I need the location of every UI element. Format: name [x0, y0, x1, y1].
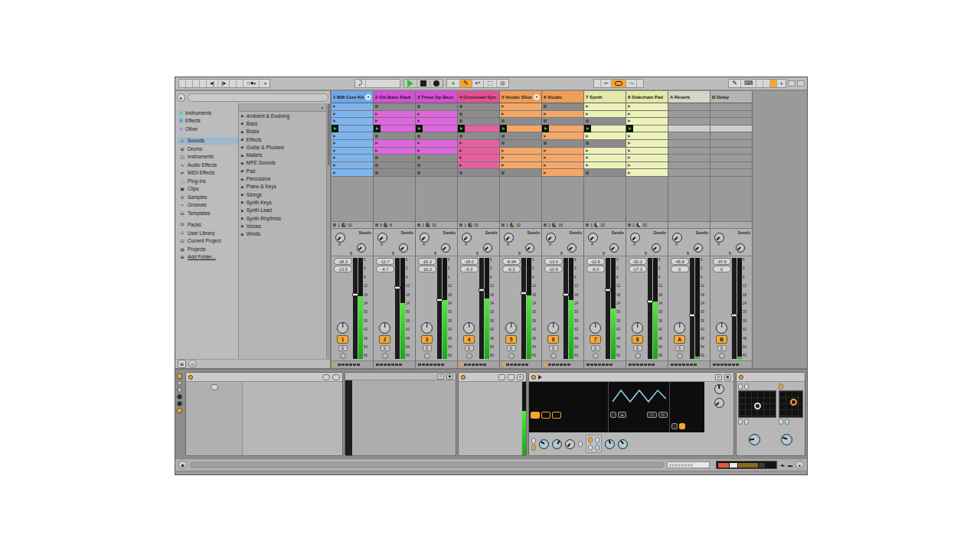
browser-list-item[interactable]: ▶Bass — [239, 119, 326, 127]
browser-scrollbar[interactable] — [326, 103, 330, 359]
clip-slot[interactable] — [500, 111, 541, 119]
clip-play-icon[interactable] — [544, 171, 547, 174]
clip-slot[interactable] — [458, 140, 499, 148]
groove-amount-field[interactable]: ▾ — [260, 80, 269, 87]
rate-sync-button[interactable] — [531, 445, 536, 451]
clip-play-icon[interactable] — [586, 112, 589, 116]
send-b-knob[interactable] — [441, 243, 450, 253]
link-button[interactable] — [179, 80, 186, 87]
clip-play-icon[interactable] — [417, 119, 420, 122]
volume-field[interactable]: -4.7 — [376, 266, 394, 272]
clip-slot[interactable] — [374, 148, 415, 155]
clip-slot[interactable] — [458, 162, 499, 170]
volume-fader[interactable] — [564, 258, 568, 359]
clip-play-icon[interactable] — [544, 135, 547, 138]
save-preset-icon[interactable]: ▣ — [446, 373, 453, 380]
send-a-knob[interactable] — [420, 233, 430, 243]
playing-clip-icon[interactable] — [374, 125, 381, 132]
spin-amount-field[interactable] — [785, 419, 789, 425]
clip-play-icon[interactable] — [375, 149, 378, 152]
expand-arrow-icon[interactable]: ▶ — [241, 145, 244, 149]
clip-slot[interactable] — [458, 148, 499, 155]
follow-arrow-icon[interactable]: ⤸ — [355, 80, 366, 87]
browser-list-item[interactable]: ▶Synth Lead — [239, 207, 326, 214]
clip-slot[interactable] — [374, 162, 415, 170]
playing-clip-icon[interactable] — [500, 125, 507, 132]
session-record-button[interactable]: ◎ — [497, 80, 508, 87]
fader-handle[interactable] — [563, 293, 569, 296]
fader-handle[interactable] — [352, 293, 358, 296]
volume-field[interactable]: -10.6 — [544, 266, 563, 272]
send-b-knob[interactable] — [652, 243, 661, 253]
clip-play-icon[interactable] — [333, 171, 336, 174]
send-a-knob[interactable] — [504, 233, 514, 243]
browser-list-item[interactable]: ▶Guitar & Plucked — [239, 143, 326, 151]
feedback-knob[interactable] — [565, 439, 575, 449]
solo-button[interactable]: S — [633, 345, 642, 351]
rate-hz-button[interactable] — [531, 438, 536, 444]
key-map-button[interactable] — [756, 80, 763, 87]
clip-play-icon[interactable] — [333, 119, 336, 122]
collection-item[interactable]: Other — [178, 125, 238, 133]
shape-prev-icon[interactable]: ◂ — [618, 412, 626, 418]
expand-arrow-icon[interactable]: ▶ — [241, 168, 244, 173]
track-header[interactable]: 1 808 Core Kit▾ — [332, 91, 373, 103]
place-item-user-library[interactable]: ☺User Library — [178, 229, 238, 237]
expand-arrow-icon[interactable]: ▶ — [241, 121, 244, 126]
collection-item[interactable]: Instruments — [178, 109, 238, 117]
clip-slot[interactable] — [416, 169, 457, 177]
clip-play-icon[interactable] — [333, 156, 336, 159]
clip-play-icon[interactable] — [417, 112, 420, 116]
automation-arm-button[interactable]: ✎ — [460, 80, 472, 87]
peak-level-field[interactable]: -13.0 — [544, 258, 563, 265]
track-activator-button[interactable]: 1 — [337, 335, 348, 344]
expand-arrow-icon[interactable]: ▶ — [241, 200, 244, 204]
sidebar-item-sounds[interactable]: ♫Sounds — [178, 137, 238, 145]
clip-play-icon[interactable] — [544, 112, 547, 116]
sidebar-item-instruments[interactable]: ◫Instruments — [178, 153, 238, 161]
clip-slot[interactable] — [458, 126, 499, 133]
clip-slot[interactable] — [332, 169, 373, 177]
clip-slot[interactable] — [374, 103, 415, 111]
env-follower-button[interactable] — [588, 437, 593, 443]
fader-handle[interactable] — [436, 298, 443, 302]
expand-arrow-icon[interactable]: ▶ — [241, 177, 244, 181]
browser-list-item[interactable]: ▶Winds — [239, 230, 326, 237]
clip-play-icon[interactable] — [628, 105, 631, 108]
volume-field[interactable]: 0 — [671, 266, 689, 272]
phaser-save-icon[interactable]: ▣ — [724, 374, 731, 380]
reverb-on-toggle[interactable] — [739, 375, 743, 380]
lo-cut-button[interactable] — [738, 383, 743, 390]
volume-field[interactable]: -17.3 — [629, 266, 647, 272]
clip-slot[interactable] — [626, 111, 668, 119]
overdub-button[interactable]: ＋ — [447, 80, 460, 87]
clip-play-icon[interactable] — [586, 149, 589, 152]
env-amount-field[interactable] — [595, 437, 599, 443]
clip-slot[interactable] — [458, 132, 499, 140]
fader-handle[interactable] — [605, 289, 611, 292]
loop-button[interactable] — [612, 80, 626, 87]
clip-play-icon[interactable] — [586, 135, 589, 138]
clip-slot[interactable] — [500, 126, 541, 133]
clip-slot[interactable] — [458, 155, 499, 162]
expand-arrow-icon[interactable]: ▶ — [241, 184, 244, 189]
place-item-projects[interactable]: ▤Projects — [178, 245, 238, 253]
clip-slot[interactable] — [626, 155, 668, 162]
send-b-knob[interactable] — [736, 243, 745, 253]
reenable-automation-button[interactable]: ↩ — [472, 80, 485, 87]
warmth-knob[interactable] — [714, 398, 724, 408]
clip-play-icon[interactable] — [501, 156, 505, 159]
track-header[interactable]: 6 Vocals — [542, 91, 583, 103]
browser-list-item[interactable]: ▶Synth Keys — [239, 198, 326, 206]
arm-button[interactable] — [593, 353, 599, 359]
metronome-toggle[interactable]: ○●▾ — [243, 80, 260, 87]
clip-play-icon[interactable] — [628, 112, 631, 116]
hotswap-chip-icon[interactable] — [177, 408, 182, 413]
release-field[interactable] — [595, 445, 599, 451]
clip-slot[interactable] — [416, 155, 457, 162]
clip-slot[interactable] — [458, 111, 499, 119]
clip-play-icon[interactable] — [501, 149, 505, 152]
send-b-knob[interactable] — [609, 243, 619, 253]
track-header[interactable]: 3 Three Op Bass — [416, 91, 457, 103]
clip-slot[interactable] — [458, 169, 499, 177]
